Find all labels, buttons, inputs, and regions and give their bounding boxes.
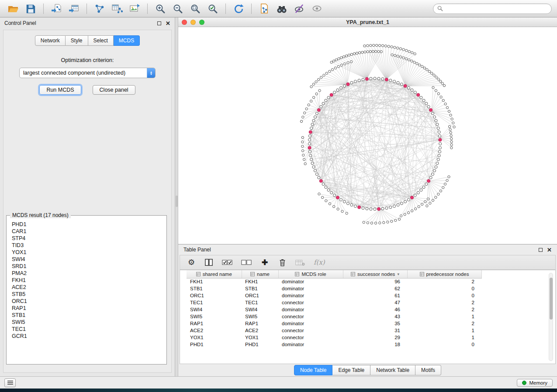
mcds-result-item[interactable]: PMA2	[12, 270, 161, 277]
control-panel-tabs: Network Style Select MCDS	[3, 35, 171, 46]
tab-motifs[interactable]: Motifs	[415, 365, 441, 375]
mcds-result-item[interactable]: ORC1	[12, 298, 161, 305]
network-view-window: YPA_prune.txt_1	[178, 17, 557, 244]
network-view-titlebar[interactable]: YPA_prune.txt_1	[178, 17, 557, 27]
close-table-panel-icon[interactable]: ✕	[547, 247, 552, 253]
control-panel-title: Control Panel	[4, 20, 36, 26]
import-table-icon[interactable]	[66, 2, 82, 15]
table-row[interactable]: TEC1TEC1connector472	[187, 299, 481, 306]
deselect-all-columns-icon[interactable]	[241, 260, 252, 265]
show-columns-icon[interactable]	[204, 258, 213, 266]
export-image-icon[interactable]	[127, 2, 142, 15]
zoom-selected-icon[interactable]	[205, 2, 221, 15]
mcds-result-item[interactable]: SWI4	[12, 256, 161, 263]
open-file-icon[interactable]	[5, 2, 21, 15]
close-panel-icon[interactable]: ✕	[166, 21, 170, 26]
window-close-icon[interactable]	[182, 20, 187, 25]
delete-table-icon	[295, 259, 305, 266]
import-network-icon[interactable]	[48, 2, 64, 15]
mcds-result-item[interactable]: TEC1	[12, 326, 161, 333]
mcds-result-title: MCDS result (17 nodes)	[10, 212, 71, 218]
panel-splitter[interactable]	[175, 17, 178, 376]
network-graph[interactable]	[178, 27, 557, 244]
window-minimize-icon[interactable]	[190, 20, 196, 25]
mcds-result-item[interactable]: STP4	[12, 235, 161, 242]
style-brush-icon[interactable]	[291, 2, 307, 15]
mcds-result-item[interactable]: PHD1	[12, 221, 161, 228]
table-row[interactable]: RAP1RAP1dominator352	[187, 320, 481, 327]
tab-mcds[interactable]: MCDS	[114, 35, 140, 46]
show-panels-button[interactable]	[4, 378, 16, 387]
zoom-in-icon[interactable]	[152, 2, 168, 15]
toolbar-separator	[43, 3, 44, 14]
select-all-columns-icon[interactable]	[222, 260, 232, 265]
save-icon[interactable]	[23, 2, 38, 15]
column-type-icon	[196, 272, 201, 276]
table-row[interactable]: ORC1ORC1dominator610	[187, 292, 481, 299]
table-scrollbar[interactable]	[549, 273, 553, 361]
mcds-result-item[interactable]: TID3	[12, 242, 161, 249]
eye-icon[interactable]	[309, 2, 325, 15]
splitter-handle[interactable]	[176, 196, 178, 207]
column-type-icon	[351, 272, 355, 276]
tab-network[interactable]: Network	[35, 35, 66, 46]
search-network-icon[interactable]	[274, 2, 290, 15]
table-row[interactable]: PHD1PHD1dominator180	[187, 341, 481, 348]
memory-button[interactable]: Memory	[517, 379, 553, 387]
tab-edge-table[interactable]: Edge Table	[332, 365, 370, 375]
tab-select[interactable]: Select	[88, 35, 114, 46]
mcds-result-item[interactable]: FKH1	[12, 277, 161, 284]
column-header-name[interactable]: name	[242, 270, 278, 278]
mcds-result-item[interactable]: GCR1	[12, 333, 161, 340]
application-window: Control Panel ✕ Network Style Select MCD…	[0, 0, 557, 392]
table-row[interactable]: FKH1FKH1dominator962	[187, 278, 481, 285]
tab-node-table[interactable]: Node Table	[294, 365, 333, 375]
run-mcds-button[interactable]: Run MCDS	[39, 85, 81, 95]
table-scrollbar-thumb[interactable]	[550, 278, 553, 320]
float-panel-icon[interactable]	[157, 21, 161, 25]
table-row[interactable]: ACE2ACE2connector311	[187, 327, 481, 334]
delete-column-icon[interactable]	[278, 258, 287, 267]
new-network-icon[interactable]	[92, 2, 107, 15]
search-field[interactable]	[433, 3, 552, 14]
control-panel: Control Panel ✕ Network Style Select MCD…	[0, 17, 175, 376]
table-row[interactable]: STB1STB1dominator620	[187, 285, 481, 292]
refresh-icon[interactable]	[231, 2, 246, 15]
mcds-result-item[interactable]: SWI5	[12, 319, 161, 326]
column-header-predecessor-nodes[interactable]: predecessor nodes	[407, 270, 481, 278]
mcds-result-item[interactable]: SRD1	[12, 263, 161, 270]
mcds-result-item[interactable]: YOX1	[12, 249, 161, 256]
memory-label: Memory	[529, 380, 547, 385]
mcds-result-item[interactable]: STB1	[12, 312, 161, 319]
search-input[interactable]	[445, 6, 547, 12]
table-row[interactable]: SWI5SWI5connector431	[187, 313, 481, 320]
add-column-icon[interactable]: ✚	[260, 259, 269, 266]
column-header-shared-name[interactable]: shared name	[187, 270, 242, 278]
column-header-successor-nodes[interactable]: successor nodes ▾	[343, 270, 407, 278]
table-toolbar: ⚙ ✚ f(x)	[180, 255, 556, 270]
table-settings-icon[interactable]: ⚙	[187, 258, 196, 266]
node-table: shared name name MCDS role successor nod…	[187, 270, 482, 348]
table-row[interactable]: SWI4SWI4dominator462	[187, 306, 481, 313]
mcds-result-item[interactable]: STB5	[12, 291, 161, 298]
mcds-result-item[interactable]: CAR1	[12, 228, 161, 235]
window-maximize-icon[interactable]	[199, 20, 204, 25]
network-canvas[interactable]	[178, 27, 557, 244]
mcds-result-list[interactable]: PHD1CAR1STP4TID3YOX1SWI4SRD1PMA2FKH1ACE2…	[8, 220, 165, 362]
tab-network-table[interactable]: Network Table	[370, 365, 415, 375]
column-header-mcds-role[interactable]: MCDS role	[278, 270, 343, 278]
clone-network-icon[interactable]	[256, 2, 272, 15]
criterion-dropdown[interactable]: largest connected component (undirected)…	[19, 68, 156, 78]
table-row[interactable]: YOX1YOX1connector291	[187, 334, 481, 341]
close-panel-button[interactable]: Close panel	[93, 85, 135, 95]
float-table-panel-icon[interactable]	[539, 248, 543, 252]
table-panel-tabs: Node Table Edge Table Network Table Moti…	[178, 364, 557, 376]
zoom-out-icon[interactable]	[170, 2, 186, 15]
mcds-result-item[interactable]: ACE2	[12, 284, 161, 291]
tab-style[interactable]: Style	[66, 35, 88, 46]
mcds-result-item[interactable]: RAP1	[12, 305, 161, 312]
network-from-table-icon[interactable]	[109, 2, 125, 15]
zoom-fit-icon[interactable]	[187, 2, 203, 15]
optimization-criterion-label: Optimization criterion:	[3, 57, 171, 63]
column-type-icon	[420, 272, 424, 276]
